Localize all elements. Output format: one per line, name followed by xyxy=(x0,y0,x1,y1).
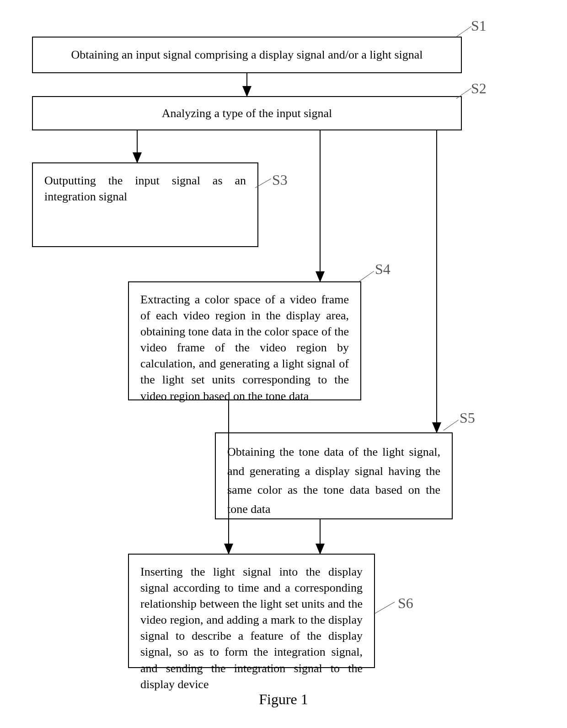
flowchart-node-s5: Obtaining the tone data of the light sig… xyxy=(215,432,453,519)
node-label-s6: S6 xyxy=(398,595,413,612)
leader-line-s1 xyxy=(456,26,471,37)
node-label-s1: S1 xyxy=(471,17,487,34)
flowchart-node-s3: Outputting the input signal as an integr… xyxy=(32,162,258,247)
flowchart-node-s6: Inserting the light signal into the disp… xyxy=(128,554,375,668)
node-label-s5: S5 xyxy=(460,410,475,426)
figure-caption: Figure 1 xyxy=(0,691,567,708)
node-text: Obtaining an input signal comprising a d… xyxy=(71,47,423,63)
leader-line-s2 xyxy=(456,88,471,99)
node-label-s4: S4 xyxy=(375,261,390,278)
node-text: Obtaining the tone data of the light sig… xyxy=(227,442,440,518)
leader-line-s6 xyxy=(375,602,395,614)
node-label-s2: S2 xyxy=(471,80,487,97)
leader-line-s5 xyxy=(444,420,459,431)
flowchart-node-s4: Extracting a color space of a video fram… xyxy=(128,281,361,400)
node-text: Inserting the light signal into the disp… xyxy=(140,564,363,692)
leader-line-s4 xyxy=(359,271,374,282)
flowchart-node-s2: Analyzing a type of the input signal xyxy=(32,96,462,130)
node-text: Extracting a color space of a video fram… xyxy=(140,291,349,404)
flowchart-node-s1: Obtaining an input signal comprising a d… xyxy=(32,37,462,73)
node-label-s3: S3 xyxy=(272,172,288,189)
node-text: Outputting the input signal as an integr… xyxy=(44,173,246,205)
node-text: Analyzing a type of the input signal xyxy=(162,105,332,121)
